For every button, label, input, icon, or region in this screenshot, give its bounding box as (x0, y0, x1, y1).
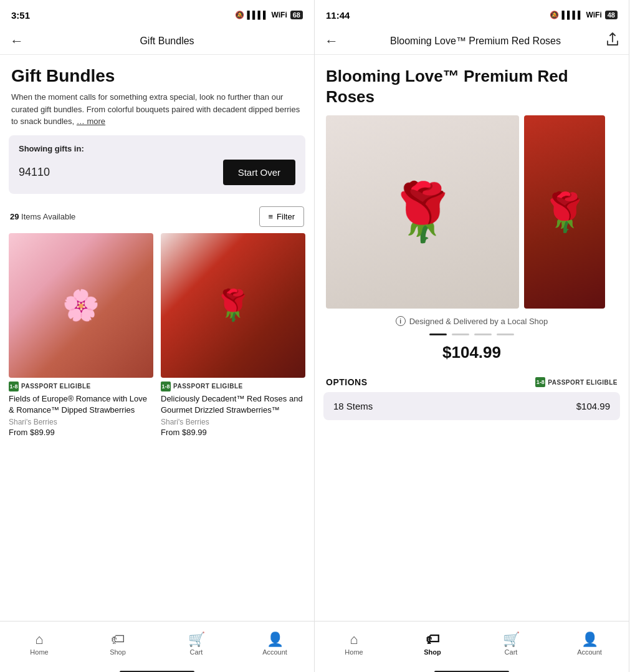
wifi-icon: WiFi (272, 11, 287, 19)
left-battery: 68 (290, 11, 303, 19)
right-wifi-icon: WiFi (586, 11, 602, 19)
right-passport-badge: 1-8 PASSPORT ELIGIBLE (535, 377, 618, 387)
product-price-2: From $89.99 (161, 428, 305, 437)
zipcode-row: 94110 Start Over (19, 160, 295, 185)
right-page-heading: Blooming Love™ Premium Red Roses (315, 55, 629, 115)
left-nav-bar: ← Gift Bundles (0, 27, 314, 55)
stems-price: $104.99 (576, 401, 610, 411)
left-status-time: 3:51 (11, 10, 30, 21)
product-name-1: Fields of Europe® Romance with Love & Ro… (9, 393, 153, 416)
rose-second: 🌹 (524, 115, 605, 309)
filter-icon: ≡ (269, 212, 274, 221)
zipcode-box: Showing gifts in: 94110 Start Over (9, 135, 305, 194)
options-label: OPTIONS (326, 377, 368, 387)
zipcode-value: 94110 (19, 166, 50, 179)
flower-image-right: 🌹 (161, 233, 305, 378)
filter-label: Filter (277, 212, 295, 221)
right-tab-cart-label: Cart (505, 648, 518, 656)
left-back-button[interactable]: ← (10, 33, 24, 49)
product-image-2: 🌹 (161, 233, 305, 378)
right-battery: 48 (605, 11, 618, 19)
dot-3 (474, 334, 492, 335)
passport-icon-1: 1-8 (9, 382, 19, 391)
passport-icon-2: 1-8 (161, 382, 171, 391)
home-icon: ⌂ (35, 633, 43, 646)
product-price-1: From $89.99 (9, 428, 153, 437)
product-card-2[interactable]: 🌹 1-8 PASSPORT ELIGIBLE Deliciously Deca… (161, 233, 305, 437)
left-status-icons: 🔕 ▌▌▌▌ WiFi 68 (235, 11, 303, 19)
left-panel: 3:51 🔕 ▌▌▌▌ WiFi 68 ← Gift Bundles Gift … (0, 0, 315, 672)
items-row: 29 Items Available ≡ Filter (0, 204, 314, 233)
right-tab-cart[interactable]: 🛒 Cart (472, 622, 550, 662)
product-brand-1: Shari's Berries (9, 418, 153, 426)
left-tab-bar: ⌂ Home 🏷 Shop 🛒 Cart 👤 Account (0, 621, 314, 672)
left-tab-home-label: Home (30, 648, 48, 656)
right-home-icon: ⌂ (350, 633, 358, 646)
right-tab-home-label: Home (345, 648, 363, 656)
right-back-button[interactable]: ← (325, 33, 338, 49)
right-panel: 11:44 🔕 ▌▌▌▌ WiFi 48 ← Blooming Love™ Pr… (315, 0, 629, 672)
stems-option[interactable]: 18 Stems $104.99 (323, 392, 620, 420)
main-product-image: 🌹 (326, 115, 519, 309)
options-bar: OPTIONS 1-8 PASSPORT ELIGIBLE (315, 371, 629, 392)
right-tab-shop-label: Shop (424, 648, 441, 656)
left-page-desc: When the moment calls for something extr… (0, 91, 314, 135)
left-page-heading: Gift Bundles (0, 55, 314, 91)
dot-2 (452, 334, 469, 335)
right-nav-bar: ← Blooming Love™ Premium Red Roses (315, 27, 629, 55)
right-signal-icon: ▌▌▌▌ (562, 11, 583, 19)
left-more-link[interactable]: … more (77, 117, 105, 126)
right-content: Blooming Love™ Premium Red Roses 🌹 🌹 i D… (315, 55, 629, 621)
right-status-bar: 11:44 🔕 ▌▌▌▌ WiFi 48 (315, 0, 629, 27)
dot-1 (429, 334, 447, 335)
image-dots (315, 329, 629, 338)
start-over-button[interactable]: Start Over (223, 160, 295, 185)
flower-image-left: 🌸 (9, 233, 153, 378)
rose-main: 🌹 (326, 115, 519, 309)
left-tab-account-label: Account (262, 648, 287, 656)
right-shop-icon: 🏷 (426, 633, 439, 646)
share-button[interactable] (606, 32, 619, 49)
filter-button[interactable]: ≡ Filter (259, 206, 304, 227)
detail-price: $104.99 (315, 338, 629, 371)
left-tab-home[interactable]: ⌂ Home (0, 622, 79, 662)
right-tab-account[interactable]: 👤 Account (550, 622, 629, 662)
dot-4 (497, 334, 514, 335)
right-tab-bar: ⌂ Home 🏷 Shop 🛒 Cart 👤 Account (315, 621, 629, 672)
shop-icon: 🏷 (111, 633, 125, 646)
right-cart-icon: 🛒 (503, 633, 520, 646)
passport-text-2: PASSPORT ELIGIBLE (173, 383, 243, 390)
bell-mute-icon: 🔕 (235, 11, 244, 19)
account-icon: 👤 (267, 633, 284, 646)
right-status-time: 11:44 (326, 10, 350, 21)
right-passport-text: PASSPORT ELIGIBLE (548, 379, 618, 386)
product-brand-2: Shari's Berries (161, 418, 305, 426)
info-icon: i (396, 316, 406, 326)
signal-icon: ▌▌▌▌ (247, 11, 269, 19)
local-shop-notice: i Designed & Delivered by a Local Shop (315, 309, 629, 329)
passport-badge-2: 1-8 PASSPORT ELIGIBLE (161, 382, 305, 391)
left-nav-title: Gift Bundles (30, 36, 304, 47)
product-card-1[interactable]: 🌸 1-8 PASSPORT ELIGIBLE Fields of Europe… (9, 233, 153, 437)
right-passport-icon: 1-8 (535, 377, 545, 387)
left-tab-shop[interactable]: 🏷 Shop (79, 622, 157, 662)
items-count: 29 Items Available (10, 212, 75, 221)
passport-badge-1: 1-8 PASSPORT ELIGIBLE (9, 382, 153, 391)
right-account-icon: 👤 (581, 633, 598, 646)
left-content: Gift Bundles When the moment calls for s… (0, 55, 314, 621)
product-grid: 🌸 1-8 PASSPORT ELIGIBLE Fields of Europe… (0, 233, 314, 447)
product-name-2: Deliciously Decadent™ Red Roses and Gour… (161, 393, 305, 416)
second-product-image: 🌹 (524, 115, 605, 309)
cart-icon: 🛒 (188, 633, 205, 646)
stems-label: 18 Stems (333, 401, 373, 411)
left-tab-cart-label: Cart (190, 648, 203, 656)
left-tab-cart[interactable]: 🛒 Cart (157, 622, 236, 662)
right-tab-shop[interactable]: 🏷 Shop (393, 622, 472, 662)
right-status-icons: 🔕 ▌▌▌▌ WiFi 48 (550, 11, 618, 19)
right-nav-title: Blooming Love™ Premium Red Roses (345, 36, 606, 47)
left-tab-account[interactable]: 👤 Account (236, 622, 314, 662)
left-tab-shop-label: Shop (110, 648, 126, 656)
right-tab-home[interactable]: ⌂ Home (315, 622, 393, 662)
local-shop-text: Designed & Delivered by a Local Shop (409, 317, 548, 326)
left-status-bar: 3:51 🔕 ▌▌▌▌ WiFi 68 (0, 0, 314, 27)
